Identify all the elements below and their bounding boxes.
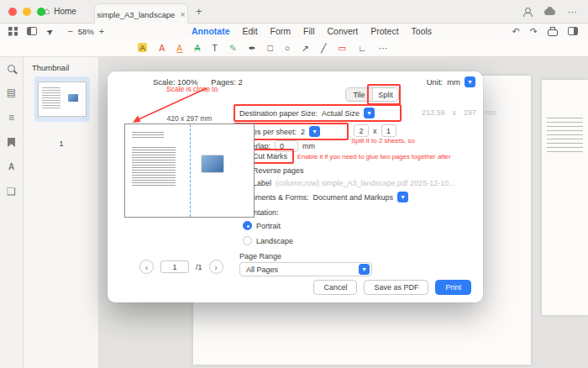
tutorial-split-note: Split it to 2 sheets, so	[351, 137, 415, 145]
background-document-text	[547, 118, 583, 153]
app-window: ⌂ Home simple_A3_landscape × + ⋯ ➤ − 58%…	[0, 0, 588, 368]
grid-columns-field[interactable]: 2	[354, 124, 369, 137]
save-as-pdf-button[interactable]: Save as PDF	[364, 280, 428, 295]
landscape-option: Landscape	[243, 236, 293, 245]
highlight-icon[interactable]: A	[138, 43, 147, 52]
measure-icon[interactable]: ∟	[358, 43, 366, 53]
print-split-dialog: Scale: 100% Pages: 2 Scale is close to U…	[108, 71, 483, 302]
annotations-panel-icon[interactable]: A	[8, 162, 14, 171]
close-window-button[interactable]	[8, 8, 17, 16]
portrait-label: Portrait	[256, 222, 281, 230]
overlap-unit: mm	[302, 142, 315, 150]
search-icon[interactable]	[8, 65, 15, 72]
stamp-icon[interactable]: ▭	[338, 43, 346, 53]
outline-panel-icon[interactable]: ≡	[8, 113, 14, 123]
grid-x-label: x	[373, 127, 377, 135]
underline-icon[interactable]: A	[176, 43, 182, 53]
pages-per-sheet-dropdown[interactable]	[309, 126, 320, 137]
view-controls: ➤ − 58% +	[8, 26, 104, 36]
menu-annotate[interactable]: Annotate	[192, 26, 230, 36]
account-icon[interactable]	[522, 8, 532, 17]
page-range-select[interactable]: All Pages	[239, 262, 372, 276]
page-number-field[interactable]: 1	[160, 260, 189, 273]
portrait-radio[interactable]	[243, 221, 252, 230]
grid-view-icon[interactable]	[8, 27, 18, 36]
menu-fill[interactable]: Fill	[303, 26, 314, 36]
tutorial-scale-note: Scale is close to	[166, 85, 218, 93]
overlap-field[interactable]: 0	[275, 140, 298, 152]
menu-edit[interactable]: Edit	[243, 26, 258, 36]
preview-text-lines-top	[132, 132, 164, 139]
thumbnail-text-lines	[42, 87, 60, 109]
cancel-button[interactable]: Cancel	[313, 280, 357, 295]
pencil-icon[interactable]: ✎	[229, 43, 237, 53]
zoom-in-button[interactable]: +	[99, 26, 104, 36]
arrow-icon[interactable]: ↗	[302, 43, 309, 53]
tab-tile[interactable]: Tile	[346, 88, 372, 101]
minimize-window-button[interactable]	[23, 8, 31, 16]
print-icon[interactable]	[548, 29, 558, 36]
previous-page-button[interactable]: ‹	[139, 260, 154, 274]
landscape-radio[interactable]	[243, 236, 252, 245]
thumbnails-panel-icon[interactable]: ▤	[7, 87, 16, 97]
next-page-button[interactable]: ›	[209, 260, 223, 274]
more-icon[interactable]: ⋯	[568, 7, 578, 18]
sidebar-toggle-icon[interactable]	[27, 27, 37, 35]
preview-image	[201, 155, 224, 173]
menu-bar: Annotate Edit Form Fill Convert Protect …	[192, 26, 432, 36]
document-tab-title: simple_A3_landscape	[97, 10, 175, 19]
right-panel-toggle-icon[interactable]	[568, 27, 578, 35]
sheet-grid-control: 2 x 1	[354, 124, 396, 137]
thumbnail-panel: Thumbnail 1	[24, 57, 99, 368]
new-tab-button[interactable]: +	[196, 5, 202, 18]
close-tab-icon[interactable]: ×	[180, 10, 185, 19]
ellipse-icon[interactable]: ○	[285, 43, 290, 53]
page-thumbnail[interactable]	[38, 81, 87, 117]
grid-rows-field[interactable]: 1	[381, 124, 396, 137]
portrait-option: Portrait	[243, 221, 281, 230]
redo-icon[interactable]: ↷	[530, 26, 538, 37]
dialog-buttons: Cancel Save as PDF Print	[313, 280, 471, 295]
destination-size-control[interactable]: Destination paper Size: Actual Size	[239, 108, 375, 118]
undo-icon[interactable]: ↶	[512, 26, 520, 37]
strikethrough-icon[interactable]: A	[194, 43, 200, 53]
signature-icon[interactable]: ✒	[249, 43, 256, 53]
attachments-panel-icon[interactable]: ❏	[7, 187, 16, 197]
menu-protect[interactable]: Protect	[370, 26, 398, 36]
document-tab[interactable]: simple_A3_landscape ×	[94, 3, 188, 24]
cloud-icon[interactable]	[544, 9, 555, 15]
home-tab[interactable]: ⌂ Home	[44, 6, 76, 16]
unit-dropdown[interactable]	[465, 76, 475, 87]
zoom-level[interactable]: 58%	[78, 27, 94, 36]
menu-tools[interactable]: Tools	[412, 26, 433, 36]
bookmark-panel-icon[interactable]	[8, 138, 15, 147]
comments-forms-dropdown[interactable]	[397, 192, 408, 202]
text-box-icon[interactable]: T	[212, 43, 217, 53]
text-color-icon[interactable]: A	[159, 43, 165, 53]
background-document-page-right	[542, 80, 588, 315]
menu-convert[interactable]: Convert	[328, 26, 359, 36]
zoom-out-button[interactable]: −	[67, 26, 72, 36]
unit-value: mm	[447, 77, 460, 87]
destination-size-dropdown[interactable]	[364, 108, 375, 118]
more-tools-icon[interactable]: ⋯	[378, 43, 387, 53]
destination-unit: mm	[484, 108, 496, 117]
tutorial-cut-marks-note: Enable it if you need to glue two pages …	[297, 153, 451, 160]
left-sidebar: ▤ ≡ A ❏	[0, 57, 24, 368]
rectangle-icon[interactable]: □	[267, 43, 272, 53]
unit-control: Unit: mm	[427, 76, 475, 87]
print-button[interactable]: Print	[435, 280, 471, 295]
preview-cut-line	[190, 124, 191, 217]
zoom-controls: − 58% +	[67, 26, 104, 36]
line-icon[interactable]: ╱	[321, 43, 326, 53]
split-preview	[124, 124, 255, 218]
tab-split[interactable]: Split	[372, 88, 398, 101]
page-range-dropdown-icon	[359, 264, 370, 275]
destination-height: 297	[464, 108, 476, 117]
thumbnail-page-number: 1	[24, 139, 99, 148]
page-range-value: All Pages	[246, 265, 278, 274]
comments-forms-value: Document and Markups	[313, 193, 394, 202]
menu-form[interactable]: Form	[270, 26, 291, 36]
select-tool-icon[interactable]: ➤	[45, 25, 55, 37]
page-total-label: /1	[196, 263, 202, 271]
